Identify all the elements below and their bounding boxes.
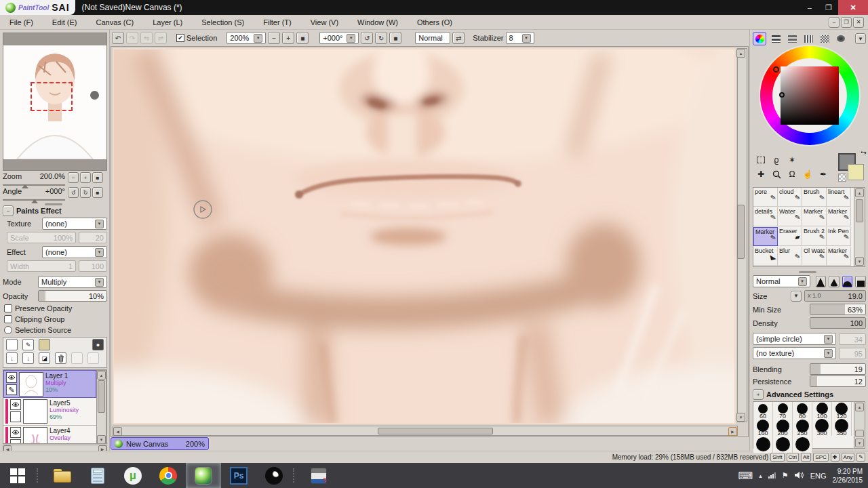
- rotate-cw-button[interactable]: ↻: [375, 32, 387, 44]
- new-vector-layer-icon[interactable]: ✎: [22, 339, 34, 350]
- angle-reset-button[interactable]: ■: [389, 32, 401, 44]
- brush-edge-hard-button[interactable]: [829, 276, 840, 287]
- brush-shape-strength[interactable]: 34: [839, 333, 866, 345]
- taskbar-photoshop-icon[interactable]: Ps: [221, 463, 256, 488]
- scroll-up-icon[interactable]: ▲: [855, 188, 864, 197]
- scroll-down-icon[interactable]: ▼: [855, 439, 864, 447]
- canvas-tab[interactable]: New Canvas 200%: [111, 437, 209, 450]
- scroll-right-icon[interactable]: ▶: [728, 427, 737, 436]
- persistence-slider[interactable]: 12: [810, 375, 866, 387]
- layer-opacity-slider[interactable]: 10%: [38, 290, 107, 302]
- size-preset[interactable]: 300: [812, 419, 832, 436]
- dropdown-icon[interactable]: ▼: [798, 277, 807, 286]
- brush-edge-hardest-button[interactable]: [816, 276, 827, 287]
- transparency-swatch[interactable]: [838, 174, 846, 182]
- scrollbar-thumb[interactable]: [378, 428, 493, 434]
- lasso-tool[interactable]: ϱ: [770, 153, 783, 167]
- size-unit-button[interactable]: ▼: [791, 291, 802, 302]
- taskbar-mpc-icon[interactable]: 3: [301, 463, 336, 488]
- language-indicator[interactable]: ENG: [810, 472, 827, 480]
- paint-mode-combo[interactable]: Normal: [415, 32, 450, 44]
- layer-empty-box[interactable]: [10, 439, 21, 444]
- swatches-icon[interactable]: [818, 32, 831, 45]
- brush-marker-2[interactable]: Marker✎: [827, 207, 851, 226]
- menu-view[interactable]: View (V): [301, 15, 348, 30]
- layer-row-4[interactable]: Layer4 Overlay: [3, 426, 96, 444]
- taskbar-obs-icon[interactable]: [256, 463, 292, 488]
- size-preset[interactable]: 120: [832, 402, 852, 419]
- effect-combo[interactable]: (none) ▼: [42, 246, 107, 258]
- layer-thumbnail[interactable]: [23, 427, 47, 444]
- size-preset[interactable]: 200: [773, 419, 793, 436]
- selection-source-radio[interactable]: [4, 326, 12, 334]
- background-swatch[interactable]: [848, 164, 864, 180]
- brush-brush[interactable]: Brush✎: [802, 188, 827, 207]
- stabilizer-combo[interactable]: 8 ▼: [506, 32, 534, 44]
- scroll-up-icon[interactable]: ▲: [855, 403, 864, 411]
- selection-checkbox[interactable]: ✔: [176, 34, 184, 42]
- minimize-button[interactable]: –: [800, 0, 819, 15]
- collapse-icon[interactable]: −: [3, 205, 14, 216]
- taskbar-sai-icon[interactable]: [186, 463, 221, 488]
- brush-details[interactable]: details✎: [753, 207, 778, 226]
- scrollbar-thumb[interactable]: [98, 380, 105, 413]
- dropdown-icon[interactable]: ▼: [522, 34, 531, 43]
- zoom-reset-button[interactable]: ■: [296, 32, 309, 44]
- nav-angle-reset-button[interactable]: ■: [92, 187, 103, 198]
- sv-marker[interactable]: [779, 92, 785, 98]
- effect-width-slider[interactable]: Width 1: [7, 260, 76, 272]
- blending-slider[interactable]: 19: [810, 363, 866, 375]
- density-slider[interactable]: 100: [810, 317, 866, 329]
- close-button[interactable]: ✕: [838, 0, 868, 15]
- scroll-down-icon[interactable]: ▼: [736, 413, 745, 422]
- taskbar-chrome-icon[interactable]: [151, 463, 186, 488]
- brush-shape-combo[interactable]: (simple circle) ▼: [753, 333, 836, 345]
- layer-empty-box[interactable]: [10, 411, 21, 422]
- action-center-flag-icon[interactable]: ⚑: [782, 471, 789, 480]
- clipping-group-checkbox[interactable]: [4, 315, 12, 323]
- dropdown-icon[interactable]: ▼: [824, 349, 833, 358]
- nav-angle-slider[interactable]: [3, 195, 65, 201]
- layer-visibility-eye-icon[interactable]: [10, 399, 21, 410]
- eyedropper-tool[interactable]: ✒: [816, 167, 830, 181]
- color-wheel[interactable]: [760, 46, 859, 145]
- color-mixer-icon[interactable]: [802, 32, 815, 45]
- move-tool[interactable]: ✚: [754, 167, 768, 181]
- preserve-opacity-checkbox[interactable]: [4, 304, 12, 312]
- brush-lineart[interactable]: lineart✎: [827, 188, 851, 207]
- dropdown-icon[interactable]: ▼: [254, 34, 262, 43]
- layer-pen-icon[interactable]: ✎: [6, 384, 17, 395]
- brush-brush2[interactable]: Brush 2✎: [802, 227, 827, 246]
- scroll-down-icon[interactable]: ▼: [97, 435, 106, 444]
- menu-canvas[interactable]: Canvas (C): [87, 15, 144, 30]
- brush-water[interactable]: Water✎: [778, 207, 802, 226]
- restore-button[interactable]: ❐: [819, 0, 838, 15]
- new-layer-set-icon[interactable]: [39, 339, 50, 350]
- select-rect-tool[interactable]: [754, 153, 768, 167]
- layer-row-5[interactable]: Layer5 Luminosity 69%: [3, 398, 96, 426]
- brush-edge-square-button[interactable]: [855, 276, 866, 287]
- size-preset[interactable]: 350: [832, 419, 852, 436]
- dropdown-icon[interactable]: ▼: [95, 278, 104, 287]
- brush-marker-1[interactable]: Marker✎: [802, 207, 827, 226]
- child-minimize-button[interactable]: –: [829, 17, 840, 28]
- layer-thumbnail[interactable]: [19, 372, 43, 396]
- menu-layer[interactable]: Layer (L): [143, 15, 192, 30]
- nav-zoom-in-button[interactable]: +: [80, 172, 91, 183]
- child-close-button[interactable]: ✕: [853, 17, 864, 28]
- size-preset[interactable]: 80: [793, 402, 812, 419]
- scrollbar-thumb[interactable]: [855, 430, 864, 437]
- layer-mask-icon[interactable]: ●: [92, 339, 104, 350]
- brush-marker-selected[interactable]: Marker✎: [753, 227, 778, 246]
- rotate-ccw-button[interactable]: ↺: [361, 32, 373, 44]
- canvas[interactable]: [113, 48, 736, 424]
- brush-pore[interactable]: pore✎: [753, 188, 778, 207]
- volume-icon[interactable]: [795, 471, 804, 481]
- saturation-square[interactable]: [781, 66, 839, 125]
- angle-combo[interactable]: +000° ▼: [319, 32, 359, 44]
- brush-texture-strength[interactable]: 95: [839, 348, 866, 359]
- brush-marker-3[interactable]: Marker✎: [827, 247, 851, 266]
- layer-mode-combo[interactable]: Multiply ▼: [38, 276, 107, 288]
- dropdown-icon[interactable]: ▼: [824, 335, 833, 344]
- color-wheel-tab-icon[interactable]: [753, 32, 766, 45]
